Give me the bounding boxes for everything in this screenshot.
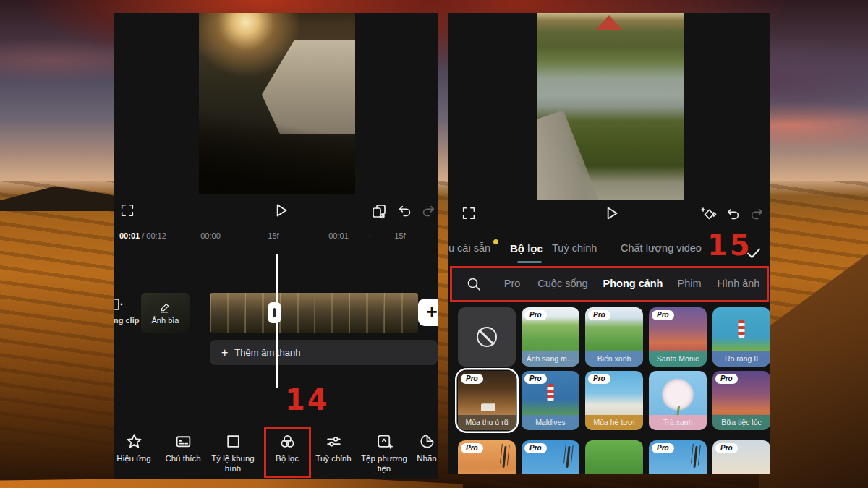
toolbar-label: Tỷ lệ khung hình bbox=[207, 454, 259, 474]
toolbar-item-sticker[interactable]: Nhãn bbox=[401, 432, 438, 464]
filter-label: Maldives bbox=[522, 415, 579, 430]
filter-tile[interactable]: Pro bbox=[712, 440, 770, 474]
filter-tile[interactable]: Pro bbox=[458, 440, 516, 474]
search-button[interactable] bbox=[465, 275, 482, 293]
ruler-tick: · bbox=[367, 231, 370, 240]
filter-tile[interactable]: Pro Santa Monic bbox=[649, 307, 707, 367]
toolbar-item-aspect-ratio[interactable]: Tỷ lệ khung hình bbox=[207, 432, 259, 474]
video-preview-left bbox=[199, 13, 355, 194]
ruler-tick: 00:01 bbox=[328, 231, 349, 240]
active-tab-underline bbox=[517, 261, 542, 263]
undo-icon bbox=[397, 203, 413, 219]
filter-tile[interactable]: Pro bbox=[649, 440, 707, 474]
filter-tile-none[interactable] bbox=[458, 307, 516, 367]
capcut-editor-screenshot: 00:01 / 00:12 00:00 · 15f · 00:01 · 15f … bbox=[114, 13, 438, 479]
filter-category-bar: Pro Cuộc sống Phong cảnh Phim Hình ảnh bbox=[450, 266, 769, 302]
filter-label: Mùa thu ủ rũ bbox=[458, 415, 516, 430]
capcut-filter-screenshot: u cài sẵn Bộ lọc Tuỳ chỉnh Chất lượng vi… bbox=[448, 13, 770, 474]
aspect-ratio-icon bbox=[224, 432, 242, 450]
step-number-15: 15 bbox=[707, 228, 752, 262]
export-quality-button[interactable] bbox=[370, 202, 388, 220]
toolbar-item-effects[interactable]: Hiệu ứng bbox=[114, 432, 160, 464]
time-total: 00:12 bbox=[146, 231, 166, 240]
toolbar-item-caption[interactable]: Chú thích bbox=[157, 432, 209, 464]
filter-tile[interactable]: Pro Ánh sáng m… bbox=[522, 307, 579, 367]
ruler-tick: · bbox=[431, 231, 434, 240]
sticker-icon bbox=[418, 432, 436, 450]
filter-tile[interactable]: Pro bbox=[522, 440, 579, 474]
pro-badge: Pro bbox=[461, 374, 483, 384]
highlight-box-filter-button bbox=[264, 427, 311, 478]
category-landscape[interactable]: Phong cảnh bbox=[603, 278, 663, 289]
redo-icon bbox=[749, 206, 765, 222]
clip-edge-trim-icon[interactable] bbox=[114, 297, 125, 312]
bracket-icon bbox=[114, 297, 125, 312]
filter-tile[interactable]: Trà xanh bbox=[649, 371, 707, 430]
circle-slash-icon bbox=[477, 327, 497, 347]
filter-tile[interactable]: Pro Bữa tiệc lúc bbox=[712, 371, 770, 430]
category-film[interactable]: Phim bbox=[677, 278, 701, 289]
tab-filter[interactable]: Bộ lọc bbox=[510, 242, 543, 254]
screenshot-canvas: { "annotations": { "step_left": "14", "s… bbox=[0, 0, 868, 488]
filter-tile[interactable] bbox=[585, 440, 643, 474]
fullscreen-icon bbox=[119, 202, 135, 218]
add-audio-label: Thêm âm thanh bbox=[234, 347, 300, 358]
filter-label: Trà xanh bbox=[649, 415, 707, 430]
toolbar-label: Hiệu ứng bbox=[116, 454, 150, 464]
filter-tile[interactable]: Pro Mùa hè tươi bbox=[585, 371, 643, 430]
toolbar-label: Tuỳ chỉnh bbox=[315, 454, 351, 464]
filter-label: Santa Monic bbox=[649, 351, 707, 367]
toolbar-item-adjust[interactable]: Tuỳ chỉnh bbox=[307, 432, 359, 464]
play-button[interactable] bbox=[271, 201, 290, 220]
keyframe-button[interactable] bbox=[700, 205, 718, 223]
undo-button-right[interactable] bbox=[726, 206, 741, 222]
fullscreen-button[interactable] bbox=[119, 202, 135, 218]
cover-label: Ảnh bìa bbox=[152, 316, 179, 325]
time-current: 00:01 bbox=[119, 231, 140, 240]
adjust-sliders-icon bbox=[325, 432, 343, 450]
ruler-tick: · bbox=[304, 231, 307, 240]
filter-thumbnail: Pro bbox=[522, 440, 579, 474]
filter-label: Bữa tiệc lúc bbox=[712, 415, 770, 430]
video-preview-right bbox=[537, 13, 684, 200]
ruler-tick: 15f bbox=[394, 231, 405, 240]
cover-edit-button[interactable]: Ảnh bìa bbox=[141, 293, 190, 333]
timeline-ruler: 00:01 / 00:12 00:00 · 15f · 00:01 · 15f … bbox=[114, 230, 438, 244]
pro-badge: Pro bbox=[715, 443, 738, 453]
pro-badge: Pro bbox=[588, 310, 610, 320]
filter-tile[interactable]: Pro Biển xanh bbox=[585, 307, 643, 367]
media-file-icon bbox=[375, 432, 393, 450]
add-audio-button[interactable]: + Thêm âm thanh bbox=[210, 340, 438, 365]
clip-split-handle[interactable] bbox=[268, 302, 281, 323]
redo-button-right[interactable] bbox=[749, 206, 765, 222]
tab-presets[interactable]: u cài sẵn bbox=[448, 242, 490, 254]
filter-thumbnail: Pro bbox=[649, 440, 707, 474]
redo-button[interactable] bbox=[420, 203, 436, 219]
keyframe-diamond-icon bbox=[700, 205, 718, 223]
clip-edge-label[interactable]: ng clip bbox=[114, 316, 139, 325]
clip-thumbnail-strip[interactable] bbox=[210, 293, 418, 333]
category-life[interactable]: Cuộc sống bbox=[537, 278, 587, 289]
add-clip-button[interactable]: + bbox=[418, 299, 438, 326]
tab-video-quality[interactable]: Chất lượng video bbox=[621, 242, 702, 254]
filter-tile[interactable]: Rõ ràng II bbox=[712, 307, 770, 367]
search-icon bbox=[465, 275, 482, 293]
undo-button[interactable] bbox=[397, 203, 413, 219]
effects-star-icon bbox=[125, 432, 143, 450]
time-display: 00:01 / 00:12 bbox=[119, 231, 166, 240]
plus-icon: + bbox=[221, 346, 228, 359]
none-filter-thumbnail bbox=[458, 307, 516, 367]
category-image[interactable]: Hình ảnh bbox=[718, 278, 760, 289]
step-number-14: 14 bbox=[285, 383, 330, 416]
filter-label: Rõ ràng II bbox=[712, 351, 770, 367]
filter-label: Mùa hè tươi bbox=[585, 415, 643, 430]
time-separator: / bbox=[142, 231, 144, 240]
pro-badge: Pro bbox=[715, 374, 738, 384]
filter-tile-selected[interactable]: Pro Mùa thu ủ rũ bbox=[458, 371, 516, 430]
fullscreen-button-right[interactable] bbox=[461, 205, 477, 221]
filter-tile[interactable]: Pro Maldives bbox=[522, 371, 579, 430]
play-button-right[interactable] bbox=[602, 204, 621, 223]
redo-icon bbox=[420, 203, 436, 219]
category-pro[interactable]: Pro bbox=[504, 278, 521, 289]
tab-custom[interactable]: Tuỳ chỉnh bbox=[552, 242, 597, 254]
